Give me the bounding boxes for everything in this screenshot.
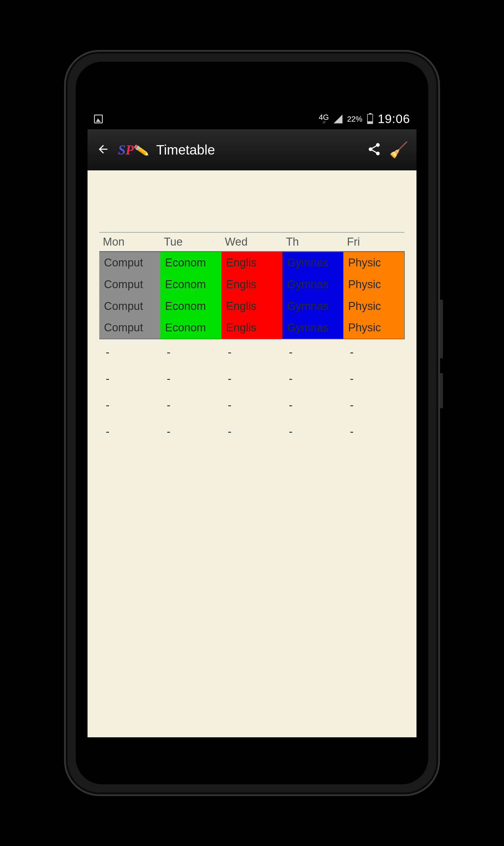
timetable-empty-cell[interactable]: - (160, 366, 221, 392)
timetable-empty-cell[interactable]: - (221, 419, 283, 445)
timetable-empty-cell[interactable]: - (99, 339, 160, 366)
app-logo: S P ✏️ (118, 142, 149, 158)
phone-power-button (440, 300, 443, 358)
timetable-empty-row: ----- (99, 339, 404, 366)
logo-letter-p: P (126, 142, 134, 158)
timetable-cell[interactable]: Gymnas (282, 252, 343, 274)
timetable-empty-cell[interactable]: - (160, 419, 221, 445)
timetable-empty-cell[interactable]: - (160, 392, 221, 419)
timetable-grid: Mon Tue Wed Th Fri ComputEconomEnglisGym… (99, 232, 405, 445)
network-icon: 4G ↓↑ (319, 114, 329, 124)
timetable-cell[interactable]: Gymnas (282, 317, 343, 339)
screen: 4G ↓↑ 22% 19:06 S P ✏️ Tim (88, 109, 416, 737)
logo-letter-s: S (118, 142, 126, 158)
app-bar: S P ✏️ Timetable 🧹 (88, 129, 416, 170)
clear-button[interactable]: 🧹 (389, 141, 408, 159)
timetable-row: ComputEconomEnglisGymnasPhysic (99, 252, 404, 274)
content-area: Mon Tue Wed Th Fri ComputEconomEnglisGym… (88, 170, 416, 445)
timetable-row: ComputEconomEnglisGymnasPhysic (99, 317, 404, 339)
broom-icon: 🧹 (389, 141, 408, 158)
timetable-cell[interactable]: Physic (343, 252, 404, 274)
timetable-empty-cell[interactable]: - (343, 392, 404, 419)
timetable-empty-row: ----- (99, 419, 404, 445)
timetable-empty-cell[interactable]: - (221, 366, 283, 392)
back-arrow-icon (97, 143, 110, 156)
timetable-cell[interactable]: Econom (160, 317, 221, 339)
back-button[interactable] (96, 143, 110, 157)
header-thu: Th (282, 232, 343, 252)
timetable-cell[interactable]: Englis (221, 274, 283, 295)
timetable-empty-cell[interactable]: - (99, 419, 160, 445)
timetable-row: ComputEconomEnglisGymnasPhysic (99, 295, 404, 317)
header-fri: Fri (343, 232, 404, 252)
timetable-empty-cell[interactable]: - (343, 339, 404, 366)
timetable-cell[interactable]: Englis (221, 295, 283, 317)
timetable-empty-cell[interactable]: - (160, 339, 221, 366)
pencil-icon: ✏️ (133, 142, 149, 159)
timetable-cell[interactable]: Physic (343, 317, 404, 339)
timetable-cell[interactable]: Comput (99, 317, 160, 339)
timetable-empty-cell[interactable]: - (343, 366, 404, 392)
clock: 19:06 (378, 112, 410, 126)
share-icon (367, 142, 381, 157)
timetable-row: ComputEconomEnglisGymnasPhysic (99, 274, 404, 295)
timetable-header-row: Mon Tue Wed Th Fri (99, 232, 404, 252)
timetable-empty-cell[interactable]: - (282, 339, 343, 366)
page-title: Timetable (156, 142, 359, 158)
timetable-cell[interactable]: Comput (99, 252, 160, 274)
battery-percent: 22% (347, 114, 362, 124)
picture-icon (94, 114, 103, 123)
status-bar: 4G ↓↑ 22% 19:06 (88, 109, 416, 129)
timetable-empty-cell[interactable]: - (343, 419, 404, 445)
timetable-empty-cell[interactable]: - (282, 366, 343, 392)
timetable-empty-cell[interactable]: - (99, 392, 160, 419)
header-wed: Wed (221, 232, 283, 252)
phone-frame: 4G ↓↑ 22% 19:06 S P ✏️ Tim (64, 50, 440, 796)
timetable-cell[interactable]: Gymnas (282, 274, 343, 295)
header-mon: Mon (99, 232, 160, 252)
timetable-cell[interactable]: Comput (99, 274, 160, 295)
timetable-empty-row: ----- (99, 392, 404, 419)
header-tue: Tue (160, 232, 221, 252)
timetable-cell[interactable]: Econom (160, 252, 221, 274)
timetable-empty-cell[interactable]: - (282, 392, 343, 419)
timetable-empty-cell[interactable]: - (221, 339, 283, 366)
phone-volume-button (440, 373, 443, 408)
timetable-cell[interactable]: Econom (160, 295, 221, 317)
signal-icon (334, 114, 342, 123)
timetable-cell[interactable]: Englis (221, 317, 283, 339)
timetable-cell[interactable]: Physic (343, 295, 404, 317)
timetable-cell[interactable]: Gymnas (282, 295, 343, 317)
timetable-empty-cell[interactable]: - (221, 392, 283, 419)
timetable-cell[interactable]: Comput (99, 295, 160, 317)
timetable-empty-cell[interactable]: - (99, 366, 160, 392)
timetable-empty-cell[interactable]: - (282, 419, 343, 445)
timetable-empty-row: ----- (99, 366, 404, 392)
share-button[interactable] (367, 142, 381, 158)
timetable-cell[interactable]: Econom (160, 274, 221, 295)
battery-icon (367, 114, 373, 124)
timetable-cell[interactable]: Physic (343, 274, 404, 295)
timetable-cell[interactable]: Englis (221, 252, 283, 274)
